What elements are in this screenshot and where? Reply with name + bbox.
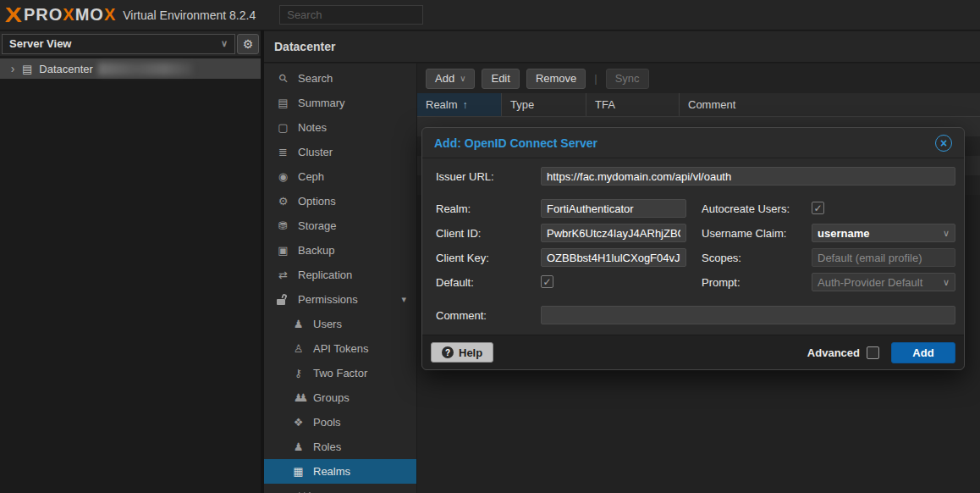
dialog-add-button[interactable]: Add xyxy=(891,342,955,363)
advanced-checkbox[interactable] xyxy=(867,346,879,359)
proxmox-logo-icon: X xyxy=(5,3,22,27)
tree-node-datacenter[interactable]: › ▤ Datacenter xyxy=(0,58,261,79)
sidebar-item-label: Cluster xyxy=(298,146,333,158)
sidebar-item-label: Summary xyxy=(298,97,345,109)
comment-label: Comment: xyxy=(436,306,487,324)
proxmox-app-window: X PROXMOX Virtual Environment 8.2.4 Serv… xyxy=(0,0,980,493)
sidebar-item-label: Groups xyxy=(313,391,350,404)
column-header-realm[interactable]: Realm ↑ xyxy=(417,93,502,116)
sidebar-item-summary[interactable]: ▤ Summary xyxy=(264,91,416,115)
add-openid-dialog: Add: OpenID Connect Server × Issuer URL:… xyxy=(421,127,965,370)
sidebar-item-label: Permissions xyxy=(298,293,358,306)
column-label: TFA xyxy=(595,98,615,111)
gear-icon: ⚙ xyxy=(276,195,290,208)
server-icon: ▤ xyxy=(22,63,32,75)
prompt-label: Prompt: xyxy=(702,273,741,291)
client-id-input[interactable] xyxy=(541,224,686,242)
caret-down-icon[interactable]: ▾ xyxy=(401,294,406,305)
sidebar-item-label: Storage xyxy=(298,219,337,232)
add-button-label: Add xyxy=(435,72,454,85)
column-header-type[interactable]: Type xyxy=(502,93,586,116)
dialog-footer: ? Help Advanced Add xyxy=(422,335,964,369)
proxmox-wordmark: PROXMOX xyxy=(24,5,116,25)
autocreate-users-label: Autocreate Users: xyxy=(702,199,790,218)
resource-tree-panel: › ▤ Datacenter xyxy=(0,56,261,493)
scopes-label: Scopes: xyxy=(702,248,741,267)
sidebar-item-roles[interactable]: ♟ Roles xyxy=(264,435,416,459)
sidebar-item-api-tokens[interactable]: ♙ API Tokens xyxy=(264,336,416,361)
prompt-combo[interactable]: Auth-Provider Default ∨ xyxy=(812,273,955,291)
sidebar-item-label: HA xyxy=(298,490,313,493)
sidebar-item-notes[interactable]: ▢ Notes xyxy=(264,115,416,140)
tree-settings-button[interactable]: ⚙ xyxy=(237,34,259,54)
version-subtitle: Virtual Environment 8.2.4 xyxy=(123,8,256,22)
sidebar-item-options[interactable]: ⚙ Options xyxy=(264,189,416,213)
default-checkbox[interactable]: ✓ xyxy=(541,275,553,288)
help-button[interactable]: ? Help xyxy=(431,342,493,363)
sidebar-item-ceph[interactable]: ◉ Ceph xyxy=(264,164,416,189)
realm-input[interactable] xyxy=(541,199,686,218)
tree-view-toolbar: Server View ∨ ⚙ xyxy=(0,31,261,56)
column-label: Comment xyxy=(688,98,735,111)
sidebar-item-label: Replication xyxy=(298,269,352,281)
chevron-down-icon: ∨ xyxy=(460,74,465,83)
sidebar-item-groups[interactable]: ♟♟ Groups xyxy=(264,385,416,410)
ha-icon: ◌ xyxy=(276,490,290,493)
column-header-tfa[interactable]: TFA xyxy=(586,93,680,116)
sidebar-item-users[interactable]: ♟ Users xyxy=(264,312,416,336)
redacted-node-name xyxy=(98,63,193,75)
sidebar-item-search[interactable]: ⚲ Search xyxy=(264,66,416,91)
gear-icon: ⚙ xyxy=(243,37,254,51)
global-search-input[interactable] xyxy=(279,5,423,25)
sync-button[interactable]: Sync xyxy=(606,69,649,89)
sidebar-item-pools[interactable]: ❖ Pools xyxy=(264,410,416,435)
cluster-icon: ≣ xyxy=(276,146,290,158)
question-icon: ? xyxy=(442,346,454,358)
sidebar-item-permissions[interactable]: Permissions ▾ xyxy=(264,287,416,312)
sidebar-item-replication[interactable]: ⇄ Replication xyxy=(264,263,416,287)
address-book-icon: ▦ xyxy=(291,465,306,478)
sidebar-item-label: Ceph xyxy=(298,170,324,183)
edit-button[interactable]: Edit xyxy=(482,69,519,89)
sidebar-item-realms[interactable]: ▦ Realms xyxy=(264,459,416,484)
client-id-label: Client ID: xyxy=(436,224,481,242)
sidebar-item-label: Users xyxy=(313,318,342,330)
key-icon: ⚷ xyxy=(291,367,306,379)
sidebar-item-storage[interactable]: ⛃ Storage xyxy=(264,213,416,238)
sidebar-item-label: Roles xyxy=(313,440,341,453)
remove-button[interactable]: Remove xyxy=(526,69,586,89)
toolbar-separator: | xyxy=(594,72,597,85)
person-icon: ♟ xyxy=(291,440,306,453)
username-claim-combo[interactable]: username ∨ xyxy=(812,224,955,242)
sidebar-item-label: API Tokens xyxy=(313,342,369,355)
issuer-url-input[interactable] xyxy=(541,167,955,186)
sidebar-item-label: Realms xyxy=(313,465,350,478)
realms-toolbar: Add ∨ Edit Remove | Sync xyxy=(417,64,980,93)
chevron-down-icon: ∨ xyxy=(221,38,228,49)
sidebar-item-label: Pools xyxy=(313,416,341,429)
close-icon[interactable]: × xyxy=(935,135,952,152)
autocreate-users-checkbox[interactable]: ✓ xyxy=(812,202,824,214)
realm-label: Realm: xyxy=(436,199,471,218)
sidebar-item-two-factor[interactable]: ⚷ Two Factor xyxy=(264,361,416,385)
sidebar-item-label: Two Factor xyxy=(313,367,367,379)
dialog-title-bar[interactable]: Add: OpenID Connect Server × xyxy=(422,128,964,158)
note-icon: ▢ xyxy=(276,121,290,134)
comment-input[interactable] xyxy=(541,306,955,324)
view-mode-select[interactable]: Server View ∨ xyxy=(2,34,235,54)
client-key-input[interactable] xyxy=(541,248,686,267)
sidebar-item-ha[interactable]: ◌ HA ▾ xyxy=(264,484,416,493)
expander-icon[interactable]: › xyxy=(7,62,19,75)
dialog-add-label: Add xyxy=(912,346,933,359)
sidebar-item-backup[interactable]: ▣ Backup xyxy=(264,238,416,263)
edit-button-label: Edit xyxy=(491,72,509,85)
storage-disks-icon: ⛃ xyxy=(276,219,290,232)
scopes-input[interactable] xyxy=(812,248,955,267)
sidebar-item-cluster[interactable]: ≣ Cluster xyxy=(264,140,416,164)
tree-node-label: Datacenter xyxy=(39,63,93,75)
unlocked-padlock-icon xyxy=(276,294,290,306)
people-icon: ♟♟ xyxy=(291,391,306,404)
add-button[interactable]: Add ∨ xyxy=(426,69,475,89)
column-header-comment[interactable]: Comment xyxy=(680,93,980,116)
floppy-icon: ▣ xyxy=(276,244,290,257)
